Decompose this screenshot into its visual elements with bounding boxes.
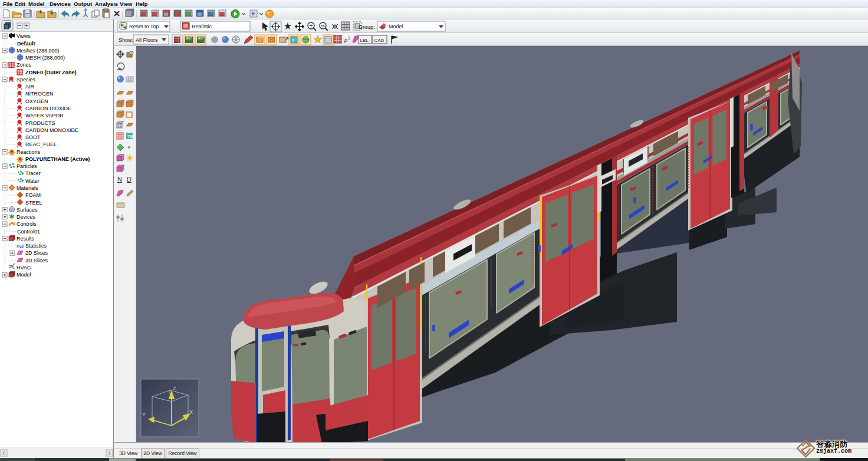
svg-text:Reset to Top: Reset to Top <box>129 24 159 29</box>
svg-text:Tracer: Tracer <box>25 170 41 176</box>
svg-text:ZONE0 (Outer Zone): ZONE0 (Outer Zone) <box>25 70 77 75</box>
svg-text:Default: Default <box>17 41 35 47</box>
svg-text:Realistic: Realistic <box>192 24 212 29</box>
svg-text:Model: Model <box>17 272 31 278</box>
svg-text:Results: Results <box>17 236 35 242</box>
svg-text:D: D <box>127 176 131 183</box>
svg-text:Zones: Zones <box>17 62 32 68</box>
svg-text:Species: Species <box>17 77 36 83</box>
svg-text:POLYURETHANE (Active): POLYURETHANE (Active) <box>25 156 90 162</box>
svg-text:Group:: Group: <box>359 24 375 30</box>
svg-text:Statistics: Statistics <box>25 243 47 249</box>
svg-text:Surfaces: Surfaces <box>17 207 38 213</box>
svg-text:TB: TB <box>127 134 133 139</box>
svg-text:Views: Views <box>17 33 31 39</box>
svg-text:Z: Z <box>173 386 176 391</box>
svg-text:Model: Model <box>389 24 403 29</box>
svg-text:Reactions: Reactions <box>17 149 41 155</box>
svg-text:CARBON MONOXIDE: CARBON MONOXIDE <box>25 127 78 133</box>
svg-text:3: 3 <box>348 36 350 40</box>
svg-text:Y: Y <box>142 411 146 417</box>
svg-text:NITROGEN: NITROGEN <box>25 91 54 97</box>
svg-text:Water: Water <box>25 178 40 184</box>
svg-text:X: X <box>189 409 193 415</box>
svg-text:Show:: Show: <box>119 37 133 43</box>
svg-text:Controls: Controls <box>17 221 37 227</box>
svg-text:T: T <box>292 38 295 43</box>
svg-text:2D Slices: 2D Slices <box>25 250 48 256</box>
svg-text:Materials: Materials <box>17 185 38 191</box>
svg-text:SOOT: SOOT <box>25 134 41 140</box>
svg-text:PRODUCTS: PRODUCTS <box>25 120 55 126</box>
svg-text:Control01: Control01 <box>17 229 40 235</box>
svg-text:LBL: LBL <box>360 38 369 43</box>
svg-text:p: p <box>344 37 347 43</box>
svg-text:AIR: AIR <box>25 84 35 90</box>
svg-text:FOAM: FOAM <box>25 192 41 198</box>
svg-text:WATER VAPOR: WATER VAPOR <box>25 113 64 118</box>
svg-text:Devices: Devices <box>17 214 36 220</box>
svg-text:OXYGEN: OXYGEN <box>25 98 48 104</box>
svg-text:MESH (288,000): MESH (288,000) <box>25 55 65 61</box>
svg-text:CAD: CAD <box>374 38 384 43</box>
svg-text:CARBON DIOXIDE: CARBON DIOXIDE <box>25 106 71 111</box>
svg-text:Meshes (288,000): Meshes (288,000) <box>17 48 60 54</box>
svg-text:REAC_FUEL: REAC_FUEL <box>25 141 57 147</box>
svg-text:Particles: Particles <box>17 163 37 169</box>
svg-text:All Floors: All Floors <box>136 37 158 43</box>
svg-text:N: N <box>117 176 122 183</box>
svg-text:STEEL: STEEL <box>25 200 42 206</box>
svg-text:HVAC: HVAC <box>17 265 31 271</box>
svg-text:3D Slices: 3D Slices <box>25 258 48 264</box>
svg-text:x̄: x̄ <box>17 243 19 249</box>
